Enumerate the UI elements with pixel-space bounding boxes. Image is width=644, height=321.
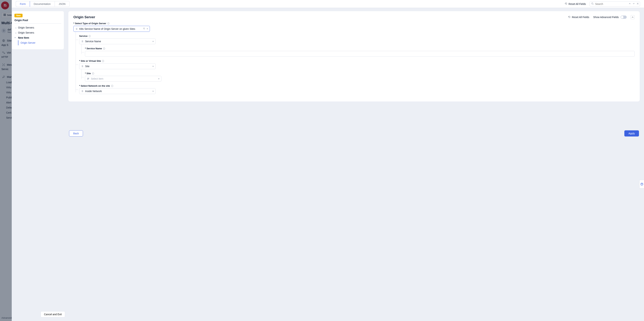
undo-icon: [568, 16, 570, 19]
info-icon[interactable]: i: [111, 85, 113, 87]
collapse-section-button[interactable]: [631, 15, 634, 19]
search-clear-icon[interactable]: [636, 2, 639, 6]
label-network: Select Network on the site i: [79, 85, 634, 87]
chevron-down-icon: ▾: [147, 28, 148, 30]
mesh-icon: [2, 63, 5, 66]
back-button[interactable]: Back: [69, 130, 83, 137]
label-origin-type: Select Type of Origin Server i: [74, 22, 634, 25]
cancel-and-exit-button[interactable]: Cancel and Exit: [40, 311, 65, 317]
search-next-icon[interactable]: [632, 2, 635, 6]
select-site-or-vsite[interactable]: Site ▾: [79, 63, 156, 69]
search-icon: [591, 2, 594, 6]
outline-node-origin-server[interactable]: Origin Server: [18, 40, 61, 45]
tab-form[interactable]: Form: [16, 1, 30, 7]
svg-point-21: [642, 185, 642, 185]
svg-rect-17: [87, 78, 89, 78]
search-prev-icon[interactable]: [628, 2, 632, 6]
svg-rect-0: [4, 14, 4, 15]
tab-documentation[interactable]: Documentation: [30, 1, 55, 7]
select-network[interactable]: Inside Network ▾: [79, 88, 156, 94]
svg-rect-5: [5, 15, 6, 15]
label-service: Service i: [79, 35, 634, 37]
label-site-or-vsite: Site or Virtual Site i: [79, 60, 634, 62]
show-advanced-label: Show Advanced Fields: [593, 16, 619, 19]
svg-rect-7: [4, 15, 5, 16]
svg-point-9: [2, 39, 5, 42]
namespace-selector: D def Nan: [2, 28, 11, 33]
outline-node-new-item[interactable]: New Item: [14, 35, 61, 40]
reset-all-label: Reset All Fields: [572, 16, 589, 19]
reset-all-fields-form[interactable]: Reset All Fields: [568, 16, 589, 19]
brand-logo: f5: [1, 2, 9, 10]
select-site[interactable]: Select item ▾: [85, 76, 162, 82]
info-icon[interactable]: i: [103, 48, 105, 50]
apply-button[interactable]: Apply: [624, 130, 639, 137]
input-service-name[interactable]: [85, 51, 634, 57]
form-footer: Back Apply: [68, 130, 640, 137]
svg-point-14: [2, 65, 3, 66]
svg-rect-11: [4, 53, 5, 54]
info-icon[interactable]: i: [92, 72, 94, 75]
new-badge: New: [14, 14, 22, 17]
wrench-icon: [2, 76, 5, 78]
svg-point-16: [592, 3, 593, 4]
list-icon: [87, 78, 90, 80]
grid-icon: [4, 14, 6, 17]
svg-rect-10: [2, 52, 3, 52]
modal-top-bar: Form Documentation JSON Reset All Fields: [12, 0, 644, 8]
outline-node-origin-servers-1[interactable]: Origin Servers: [14, 25, 61, 30]
outline-card: New Origin Pool Origin Servers Origin Se…: [12, 11, 64, 49]
view-mode-tabs: Form Documentation JSON: [16, 1, 70, 7]
info-icon[interactable]: i: [88, 35, 91, 37]
namespace-avatar: D: [2, 28, 6, 33]
svg-rect-4: [4, 15, 5, 15]
info-icon[interactable]: i: [102, 60, 104, 62]
globe-icon: [2, 39, 5, 42]
label-service-name: Service Name i: [85, 47, 634, 50]
chevron-down-icon: ▾: [152, 40, 154, 43]
svg-rect-18: [87, 79, 89, 79]
svg-point-13: [4, 64, 5, 64]
svg-rect-1: [4, 14, 5, 15]
select-service[interactable]: Service Name ▾: [79, 39, 156, 44]
info-icon[interactable]: i: [107, 22, 110, 25]
swap-icon: [81, 40, 84, 43]
reset-all-fields-top[interactable]: Reset All Fields: [565, 2, 586, 6]
form-scroll-area: Origin Server Reset All Fields Show Adva…: [64, 8, 644, 321]
svg-rect-3: [4, 15, 4, 15]
swap-icon: [76, 28, 78, 30]
form-title: Origin Server: [74, 15, 95, 19]
question-icon: [640, 183, 643, 186]
search-controls: [628, 2, 639, 6]
svg-point-12: [2, 64, 3, 64]
chevron-down-icon: ▾: [152, 90, 154, 92]
svg-rect-19: [87, 79, 88, 80]
outline-title: Origin Pool: [14, 19, 61, 24]
swap-icon: [81, 90, 84, 92]
svg-point-15: [4, 65, 5, 66]
tab-json[interactable]: JSON: [55, 1, 70, 7]
svg-rect-6: [4, 15, 4, 16]
form-card: Origin Server Reset All Fields Show Adva…: [68, 11, 640, 102]
search-box[interactable]: [590, 2, 640, 7]
show-advanced-toggle[interactable]: [620, 16, 627, 19]
chevron-down-icon: ▾: [152, 65, 154, 68]
help-fab[interactable]: [639, 180, 644, 188]
outline-node-origin-servers-2[interactable]: Origin Servers: [14, 30, 61, 35]
refresh-icon[interactable]: [143, 27, 145, 30]
swap-icon: [81, 65, 84, 68]
advanced-label: Advanced: [2, 316, 12, 319]
chevron-down-icon: ▾: [158, 78, 160, 80]
search-input[interactable]: [595, 2, 627, 6]
outline-panel: New Origin Pool Origin Servers Origin Se…: [12, 8, 64, 321]
outline-tree: Origin Servers Origin Servers New Item O…: [14, 25, 61, 45]
select-origin-type[interactable]: K8s Service Name of Origin Server on giv…: [74, 26, 150, 32]
svg-rect-8: [5, 15, 6, 16]
route-icon: [2, 51, 5, 54]
reset-all-label: Reset All Fields: [568, 3, 586, 6]
form-modal: Form Documentation JSON Reset All Fields: [12, 0, 644, 321]
svg-rect-2: [5, 14, 6, 15]
label-site: Site i: [85, 72, 634, 75]
undo-icon: [565, 2, 567, 6]
